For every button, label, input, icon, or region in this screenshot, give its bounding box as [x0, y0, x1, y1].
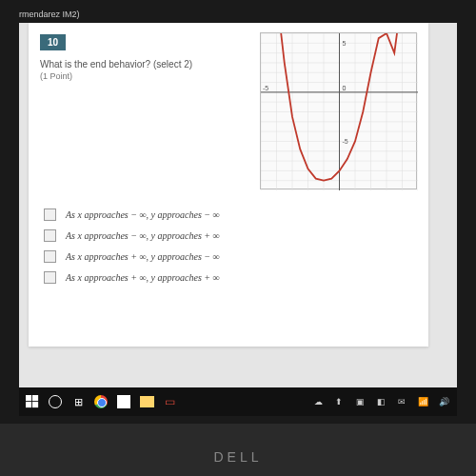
tray-icon[interactable]: ✉ — [394, 394, 409, 409]
checkbox-option-3[interactable] — [44, 250, 56, 263]
tray-icon[interactable]: ◧ — [373, 394, 388, 409]
svg-text:5: 5 — [343, 40, 347, 47]
store-icon[interactable] — [116, 394, 131, 409]
taskbar: ⊞ ▭ ☁ ⬆ ▣ ◧ ✉ 📶 🔊 — [19, 387, 457, 416]
question-text: What is the end behavior? (select 2) — [40, 58, 250, 71]
svg-rect-36 — [26, 402, 31, 407]
cortana-icon[interactable] — [48, 394, 63, 409]
svg-text:0: 0 — [343, 85, 347, 91]
question-card: 10 What is the end behavior? (select 2) … — [29, 23, 428, 347]
start-button-icon[interactable] — [25, 394, 40, 409]
taskview-icon[interactable]: ⊞ — [70, 394, 86, 409]
tray-icon[interactable]: ▣ — [352, 394, 367, 409]
option-label: As x approaches − ∞, y approaches − ∞ — [66, 209, 220, 220]
option-label: As x approaches − ∞, y approaches + ∞ — [66, 230, 220, 241]
wifi-icon[interactable]: 📶 — [415, 394, 430, 409]
tray-icon[interactable]: ⬆ — [331, 394, 347, 409]
option-row: As x approaches − ∞, y approaches + ∞ — [44, 229, 417, 242]
option-label: As x approaches + ∞, y approaches − ∞ — [66, 251, 220, 262]
checkbox-option-4[interactable] — [44, 271, 56, 284]
window-title: rmendarez IM2) — [19, 8, 457, 23]
file-explorer-icon[interactable] — [139, 394, 154, 409]
options-list: As x approaches − ∞, y approaches − ∞ As… — [44, 208, 417, 284]
svg-text:-5: -5 — [263, 85, 268, 91]
option-row: As x approaches − ∞, y approaches − ∞ — [44, 208, 417, 221]
tray-icon[interactable]: ☁ — [310, 394, 326, 409]
option-row: As x approaches + ∞, y approaches + ∞ — [44, 271, 417, 284]
graph-plot: 50-5-5 — [260, 32, 417, 189]
svg-rect-37 — [32, 402, 38, 407]
monitor-bezel: rmendarez IM2) 10 What is the end behavi… — [0, 0, 476, 424]
app-window: 10 What is the end behavior? (select 2) … — [19, 23, 457, 399]
svg-rect-34 — [26, 395, 31, 401]
svg-text:-5: -5 — [343, 138, 348, 145]
brand-label: DELL — [0, 449, 476, 465]
checkbox-option-1[interactable] — [44, 208, 56, 221]
option-label: As x approaches + ∞, y approaches + ∞ — [66, 272, 220, 283]
volume-icon[interactable]: 🔊 — [436, 394, 451, 409]
app-icon[interactable]: ▭ — [162, 394, 177, 409]
question-number-badge: 10 — [40, 34, 66, 50]
svg-rect-35 — [32, 395, 38, 401]
checkbox-option-2[interactable] — [44, 229, 56, 242]
chrome-icon[interactable] — [93, 394, 109, 409]
question-points: (1 Point) — [40, 71, 250, 81]
option-row: As x approaches + ∞, y approaches − ∞ — [44, 250, 417, 263]
